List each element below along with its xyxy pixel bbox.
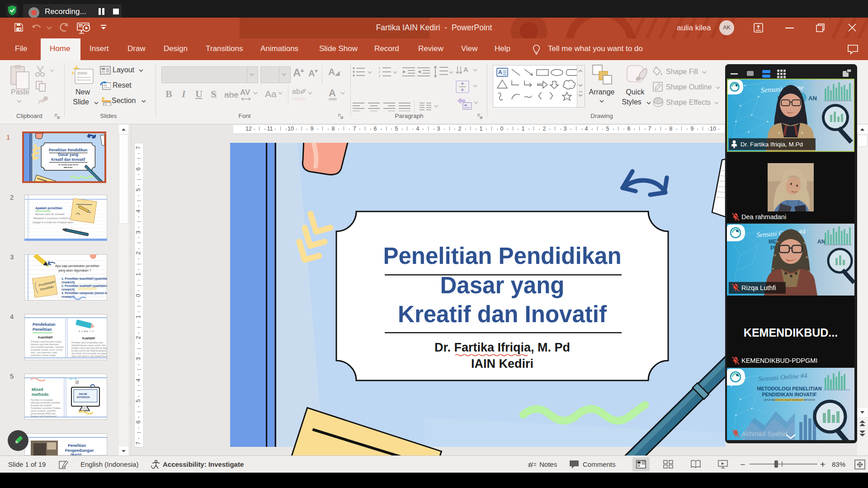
svg-text:Penelitian: Penelitian xyxy=(33,327,52,332)
svg-text:Kreatif dan Inovatif: Kreatif dan Inovatif xyxy=(51,158,85,162)
svg-text:1: 1 xyxy=(378,66,381,70)
svg-text:Dasar yang: Dasar yang xyxy=(440,272,565,298)
svg-text:Apakah penelitian: Apakah penelitian xyxy=(35,206,62,210)
svg-text:konteks tertentu dan dikaji be: konteks tertentu dan dikaji berdasarkan.… xyxy=(71,350,107,352)
svg-text:3. Penelitian campuran (mixed: 3. Penelitian campuran (mixed methods xyxy=(61,291,107,295)
svg-text:lznts penelitian kuantitatif :: lznts penelitian kuantitatif : deskripti… xyxy=(31,346,64,348)
svg-text:yang akan digunakan ?: yang akan digunakan ? xyxy=(58,269,91,272)
svg-text:Dr. Fartika Ifriqia, M. Pd: Dr. Fartika Ifriqia, M. Pd xyxy=(58,164,78,166)
svg-text:x̄ = Σxi / n: x̄ = Σxi / n xyxy=(79,330,94,333)
svg-text:facto , true experiment, quasi: facto , true experiment, quasi xyxy=(31,352,57,354)
svg-text:hipotesis yang telah ditentuka: hipotesis yang telah ditentukan xyxy=(31,343,59,346)
svg-text:Dr. Fartika Ifriqia, M. Pd: Dr. Fartika Ifriqia, M. Pd xyxy=(434,341,570,354)
svg-text:pengembangan (R&D) atau: pengembangan (R&D) atau xyxy=(31,413,56,415)
svg-text:Penelitian Pendidikan: Penelitian Pendidikan xyxy=(49,148,87,152)
svg-text:Dea rahmadani: Dea rahmadani xyxy=(741,213,786,221)
svg-text:3: 3 xyxy=(378,74,381,78)
svg-text:A: A xyxy=(463,66,468,73)
svg-text:Dr. Fartika Ifriqia, M.Pd: Dr. Fartika Ifriqia, M.Pd xyxy=(741,141,803,148)
svg-text:(action research), penelitian: (action research), penelitian xyxy=(31,410,56,412)
svg-text:METODOLOGI PENELITIAN: METODOLOGI PENELITIAN xyxy=(757,386,821,391)
svg-text:Kuantitatif: Kuantitatif xyxy=(38,336,53,339)
svg-text:dasar, partisipatoris, kepusta: dasar, partisipatoris, kepustakaan/liter… xyxy=(71,355,107,357)
svg-text:Research and Development): Research and Development) xyxy=(31,415,57,418)
svg-text:IAIN Kediri: IAIN Kediri xyxy=(64,166,73,169)
svg-text:NOTEBOOK: NOTEBOOK xyxy=(77,396,90,399)
svg-text:Penelitian yang bertujuan meng: Penelitian yang bertujuan menguji xyxy=(31,341,61,343)
svg-text:Pengembangan: Pengembangan xyxy=(65,448,94,453)
svg-text:deskriptif berupa ucapan, tuli: deskriptif berupa ucapan, tulisan, atau xyxy=(71,344,106,347)
svg-text:research): research) xyxy=(61,288,75,291)
svg-text:Penelitian: Penelitian xyxy=(68,443,86,448)
svg-text:Penelitian yang menghasilkan d: Penelitian yang menghasilkan data xyxy=(71,342,103,344)
svg-text:Research is a process in which: Research is a process in which you xyxy=(33,217,72,220)
svg-text:KEMENDIKBUD-PDPGMI: KEMENDIKBUD-PDPGMI xyxy=(741,357,817,364)
svg-text:research): research) xyxy=(61,281,75,284)
svg-text:IAIN Kediri: IAIN Kediri xyxy=(471,357,533,371)
svg-text:Menurut John W. Creswell: Menurut John W. Creswell xyxy=(35,213,64,216)
svg-text:kuantitatif dan kualitatif.: kuantitatif dan kualitatif. xyxy=(31,404,52,407)
svg-text:Rizqa Luthfi: Rizqa Luthfi xyxy=(741,284,776,291)
svg-text:1. Penelitian kuantitatif (qua: 1. Penelitian kuantitatif (quantitative xyxy=(61,277,107,281)
svg-text:Mixed: Mixed xyxy=(32,387,43,392)
svg-text:2: 2 xyxy=(378,70,381,74)
svg-text:Akhmad Syahid: Akhmad Syahid xyxy=(741,430,788,437)
svg-text:perilaku orang-orang yang diam: perilaku orang-orang yang diamati dalam xyxy=(71,347,107,349)
svg-text:Pendekatan: Pendekatan xyxy=(33,322,56,327)
svg-text:Kreatif dan Inovatif: Kreatif dan Inovatif xyxy=(398,301,607,327)
svg-text:Penelitian ini merupakan: Penelitian ini merupakan xyxy=(31,399,53,401)
svg-text:Kualitatif: Kualitatif xyxy=(82,337,95,340)
svg-text:2. Penelitian kualitatif (qual: 2. Penelitian kualitatif (qualitative xyxy=(61,284,107,288)
svg-text:Pendekatan i penelitian Tindak: Pendekatan i penelitian Tindakan xyxy=(31,407,61,409)
svg-text:@: @ xyxy=(75,380,79,385)
svg-text:ONLINE: ONLINE xyxy=(79,393,88,395)
svg-text:PENDIDIKAN INOVATIF: PENDIDIKAN INOVATIF xyxy=(762,392,816,397)
svg-text:engage in a small set of logic: engage in a small set of logical steps. xyxy=(33,221,74,224)
svg-text:experiment, subyek tunggal: experiment, subyek tunggal xyxy=(31,354,56,357)
svg-text:KEMENDIKBUD...: KEMENDIKBUD... xyxy=(744,326,838,339)
svg-text:methods: methods xyxy=(32,392,49,397)
svg-text:Dasar yang: Dasar yang xyxy=(58,153,78,157)
svg-text:UNTUK PENDIDIKAN DASAR MADRASA: UNTUK PENDIDIKAN DASAR MADRASAH IBTIDAIY… xyxy=(764,399,815,401)
svg-text:komparatif, korelasi, survei,: komparatif, korelasi, survei, ex post xyxy=(31,349,63,351)
svg-text:Penelitian Pendidikan: Penelitian Pendidikan xyxy=(383,243,621,269)
svg-text:AN: AN xyxy=(808,95,817,102)
svg-text:dan holistik. Studi etnografi,: dan holistik. Studi etnografi, teori das… xyxy=(71,352,107,355)
svg-text:Apa saja pendekatan penelitian: Apa saja pendekatan penelitian xyxy=(55,264,99,268)
svg-text:AN: AN xyxy=(817,239,825,245)
svg-text:gabungan pendekatan penelitian: gabungan pendekatan penelitian xyxy=(31,402,61,404)
svg-text:A: A xyxy=(498,69,502,75)
